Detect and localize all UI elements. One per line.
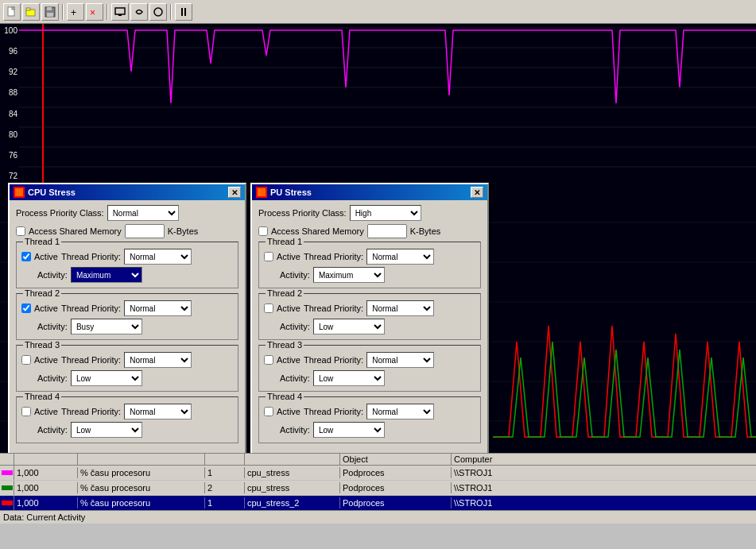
dialog2-thread2-priority-select[interactable]: Normal [366,300,434,316]
table-row[interactable]: 1,000 % času procesoru 2 cpu_stress Podp… [0,481,756,496]
dialog1-thread3-active-label: Active [34,355,58,365]
dialog2-thread3-activity-label: Activity: [280,373,310,383]
dialog2-thread4-label: Thread 4 [266,392,304,401]
dialog2-title-area: PU Stress [256,187,312,198]
dialog1-kbytes-label: K-Bytes [168,226,199,236]
dialog2-shared-memory-checkbox[interactable] [258,226,268,236]
dialog2-thread3-group: Thread 3 Active Thread Priority: Normal … [258,345,481,392]
dialog2-thread3-activity-row: Activity: Low [264,370,475,386]
data-table-area: Object Computer 1,000 % času procesoru 1… [0,453,756,524]
svg-text:×: × [90,7,95,17]
dialog2-priority-select[interactable]: High Normal Idle [350,205,421,221]
dialog2-thread3-priority-select[interactable]: Normal [366,352,434,368]
dialog1-thread2-activity-select[interactable]: Busy [71,319,142,334]
dialog1-thread4-content: Active Thread Priority: Normal Activity:… [21,404,233,438]
dialog1-thread1-priority-label: Thread Priority: [61,252,121,261]
dialog1-thread4-active-row: Active Thread Priority: Normal [21,404,233,419]
dialog2-thread1-active-label: Active [277,252,300,261]
dialog2-thread4-active-checkbox[interactable] [264,407,273,416]
row3-object: Podproces [340,497,452,508]
dialog1-shared-memory-checkbox[interactable] [16,226,25,236]
delete-button[interactable]: × [86,3,103,21]
dialog1-thread4-active-label: Active [34,407,58,416]
dialog2-thread3-active-checkbox[interactable] [264,355,273,365]
dialog1-thread1-active-label: Active [34,252,58,261]
dialog1-thread1-activity-row: Activity: Maximum [21,267,233,283]
dialog1-thread4-priority-select[interactable]: Normal [124,404,192,419]
dialog2-thread2-activity-select[interactable]: Low [313,319,385,334]
dialog1-thread4-activity-select[interactable]: Low [71,422,142,438]
row2-computer: \\STROJ1 [452,482,579,493]
dialog1-thread1-active-row: Active Thread Priority: Normal [21,249,233,265]
freeze-button[interactable] [175,3,192,21]
dialog2-thread1-activity-select[interactable]: Maximum [313,267,385,283]
dialog2-thread4-activity-label: Activity: [280,425,310,435]
dialog2-thread3-active-row: Active Thread Priority: Normal [264,352,475,368]
dialog1-thread4-group: Thread 4 Active Thread Priority: Normal … [16,396,238,443]
dialog1-thread3-activity-select[interactable]: Low [71,370,142,386]
dialog2-thread1-active-checkbox[interactable] [264,252,273,261]
dialog2-thread3-content: Active Thread Priority: Normal Activity:… [264,352,475,386]
dialog1-thread1-activity-select[interactable]: Maximum [71,267,142,283]
dialog2-thread2-active-checkbox[interactable] [264,303,273,313]
dialog1-thread3-activity-row: Activity: Low [21,370,233,386]
dialog1-thread3-active-checkbox[interactable] [21,355,31,365]
dialog2-close-button[interactable]: ✕ [471,187,483,198]
row1-counter: % času procesoru [78,467,205,478]
dialog1-thread1-active-checkbox[interactable] [21,252,31,261]
dialog1-thread2-activity-row: Activity: Busy [21,319,233,334]
dialog1-thread1-priority-select[interactable]: Normal [124,249,192,265]
toolbar: + × [0,0,756,24]
new-button[interactable] [3,3,21,21]
dialog1-priority-select[interactable]: Normal High Idle [107,205,179,221]
dialog1-thread2-priority-label: Thread Priority: [61,303,121,313]
save-button[interactable] [41,3,59,21]
dialog2-thread2-active-label: Active [277,303,300,313]
status-text: Data: Current Activity [3,512,85,522]
update-button[interactable] [130,3,148,21]
y-label-80: 80 [0,130,19,139]
dialog1-thread2-priority-select[interactable]: Normal [124,300,192,316]
row3-scale: 1,000 [14,497,78,508]
dialog1-thread1-label: Thread 1 [23,237,61,246]
sep2 [107,4,108,20]
dialog2-thread2-active-row: Active Thread Priority: Normal [264,300,475,316]
properties-button[interactable] [149,3,167,21]
table-row-selected[interactable]: 1,000 % času procesoru 1 cpu_stress_2 Po… [0,496,756,511]
row1-color-cell [0,466,14,480]
table-row[interactable]: 1,000 % času procesoru 1 cpu_stress Podp… [0,466,756,481]
dialog1-thread3-priority-select[interactable]: Normal [124,352,192,368]
add-button[interactable]: + [67,3,84,21]
dialog2-thread3-priority-label: Thread Priority: [304,355,363,365]
row1-instance: 1 [205,467,245,478]
open-button[interactable] [22,3,40,21]
dialog2-priority-label: Process Priority Class: [258,208,347,218]
row1-scale: 1,000 [14,467,78,478]
dialog1-thread2-activity-label: Activity: [37,322,68,331]
dialog2-thread2-priority-label: Thread Priority: [304,303,363,313]
y-label-96: 96 [0,47,19,56]
dialog2-thread2-group: Thread 2 Active Thread Priority: Normal … [258,293,481,340]
monitor-button[interactable] [111,3,129,21]
svg-rect-6 [47,13,53,17]
dialog2-thread1-priority-select[interactable]: Normal [366,249,434,265]
svg-rect-13 [184,8,186,16]
dialog2-thread4-activity-select[interactable]: Low [313,422,385,438]
dialog2-kbytes-input[interactable] [367,224,407,238]
dialog1-thread3-active-row: Active Thread Priority: Normal [21,352,233,368]
row3-counter: % času procesoru [78,497,205,508]
dialog1-thread4-label: Thread 4 [23,392,61,401]
dialog2-thread3-activity-select[interactable]: Low [313,370,385,386]
dialog1-title: CPU Stress [28,188,76,197]
dialog1-kbytes-input[interactable] [125,224,165,238]
dialog2-icon [256,187,267,198]
dialog1-thread4-active-checkbox[interactable] [21,407,31,416]
dialog1-title-area: CPU Stress [14,187,76,198]
dialog2-thread4-priority-select[interactable]: Normal [366,404,434,419]
dialog1-thread4-activity-label: Activity: [37,425,68,435]
dialog1-close-button[interactable]: ✕ [228,187,241,198]
dialog1-thread2-active-checkbox[interactable] [21,303,31,313]
middle-section: CPU Stress ✕ Process Priority Class: Nor… [0,183,756,453]
dialog1-body: Process Priority Class: Normal High Idle… [10,200,245,453]
dialog1-thread4-priority-label: Thread Priority: [61,407,121,416]
